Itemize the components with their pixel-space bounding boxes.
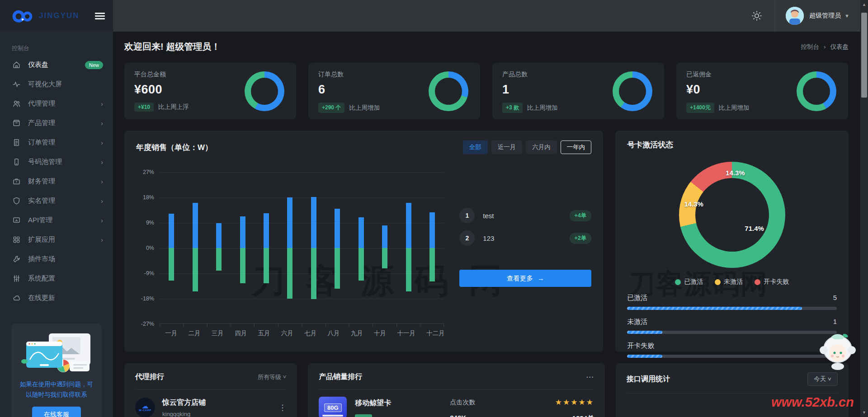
card-agent-rank: 代理排行 所有等级 ˅ ☁ W-CARP 惊云官方店铺 kingqqking ⋮ (124, 363, 297, 417)
breadcrumb-root[interactable]: 控制台 (801, 43, 820, 51)
bar-up (193, 203, 198, 248)
chevron-right-icon: › (101, 217, 103, 224)
main-content: 欢迎回来! 超级管理员！ 控制台 › 仪表盘 平台总金额¥600+¥10比上周上… (113, 32, 860, 417)
username: 超级管理员 (809, 12, 841, 20)
tab-近一月[interactable]: 近一月 (491, 141, 523, 154)
progress-track (627, 331, 837, 334)
legend-item-开卡失败: 开卡失败 (755, 278, 789, 286)
x-tick-label: 八月 (327, 329, 340, 337)
x-tick-label: 十二月 (426, 329, 445, 337)
agent-list-item[interactable]: ☁ W-CARP 惊云官方店铺 kingqqking ⋮ (135, 398, 286, 417)
sidebar-item-财务管理[interactable]: 财务管理› (0, 172, 113, 191)
sidebar-item-订单管理[interactable]: 订单管理› (0, 133, 113, 152)
rank-row[interactable]: 1test+4单 (459, 205, 591, 226)
support-button[interactable]: 在线客服 (32, 407, 81, 417)
clicks-label: 点击次数 (450, 398, 518, 407)
bar-up (240, 216, 245, 248)
donut-label-active: 71.4% (745, 225, 764, 232)
axis-tick (373, 323, 373, 327)
clicks-value: 240K (450, 414, 518, 417)
theme-toggle-icon[interactable] (751, 10, 763, 22)
sidebar-item-系统配置[interactable]: 系统配置 (0, 269, 113, 288)
sales-count: 1234单 (555, 414, 594, 417)
y-tick-label: 0% (146, 245, 154, 251)
grid-icon (12, 235, 21, 244)
bar-up (359, 217, 364, 248)
cloud-icon (12, 294, 21, 303)
scrollbar-thumb[interactable] (861, 13, 867, 98)
stat-trend-desc: 比上周增加 (719, 104, 750, 112)
bar-chart-plot (160, 172, 444, 324)
view-more-button[interactable]: 查看更多→ (459, 270, 591, 287)
avatar (786, 7, 804, 25)
tab-一年内[interactable]: 一年内 (561, 141, 592, 154)
gridline (160, 223, 444, 223)
product-list-item[interactable]: 80G 移动鲸望卡 点击次数 240K ★★★★★ 1234单 (319, 397, 594, 417)
sidebar-item-扩展应用[interactable]: 扩展应用› (0, 230, 113, 249)
rank-name: test (483, 212, 494, 220)
sidebar-item-实名管理[interactable]: 实名管理› (0, 191, 113, 211)
sidebar-item-号码池管理[interactable]: 号码池管理› (0, 152, 113, 172)
stat-trend-badge: +290 个 (318, 103, 344, 113)
ellipsis-menu-icon[interactable]: ⋯ (586, 372, 594, 382)
tab-全部[interactable]: 全部 (463, 141, 488, 154)
page-scrollbar[interactable]: ▲ ▼ (860, 0, 868, 417)
x-tick-label: 六月 (281, 329, 293, 337)
topbar: 超级管理员 ▼ (113, 0, 860, 32)
sliders-icon (12, 274, 21, 283)
bar-up (429, 212, 435, 248)
sidebar-item-label: 产品管理 (28, 119, 55, 127)
scroll-down-icon[interactable]: ▼ (860, 410, 868, 415)
y-tick-label: 9% (146, 220, 154, 226)
y-tick-label: -9% (144, 270, 154, 276)
api-range-filter[interactable]: 今天 ˅ (807, 372, 838, 386)
sidebar-item-label: 可视化大屏 (28, 80, 62, 89)
stat-donut-chart (429, 71, 468, 111)
sidebar-item-API管理[interactable]: API管理› (0, 211, 113, 230)
sidebar-item-可视化大屏[interactable]: 可视化大屏 (0, 75, 113, 94)
axis-tick (278, 323, 278, 327)
donut-label-inactive: 14.3% (684, 200, 703, 208)
stat-trend-desc: 比上周增加 (527, 104, 558, 112)
user-menu[interactable]: 超级管理员 ▼ (774, 0, 860, 32)
pulse-icon (12, 80, 21, 89)
progress-track (627, 355, 837, 358)
kebab-menu-icon[interactable]: ⋮ (278, 403, 286, 412)
x-tick-label: 五月 (258, 329, 270, 337)
sidebar-item-代理管理[interactable]: 代理管理› (0, 94, 113, 113)
annual-sales-card: 刀客源码网 年度销售（单位：W） 全部近一月六月内一年内 27%18%9%0%-… (124, 131, 603, 352)
sidebar-item-label: 系统配置 (28, 274, 55, 283)
legend-dot (755, 279, 760, 285)
x-tick-label: 十一月 (397, 329, 415, 337)
sidebar-item-仪表盘[interactable]: 仪表盘New (0, 55, 113, 75)
rank-badge: +4单 (570, 210, 592, 221)
y-axis: 27%18%9%0%-9%-18%-27% (136, 172, 160, 324)
axis-tick (207, 323, 208, 327)
stat-donut-chart (245, 71, 284, 111)
rank-row[interactable]: 2123+2单 (459, 227, 591, 249)
tab-六月内[interactable]: 六月内 (526, 141, 557, 154)
legend-label: 已激活 (684, 278, 703, 286)
arrow-right-icon: → (538, 275, 544, 282)
bar-down (264, 248, 269, 283)
sidebar-item-产品管理[interactable]: 产品管理› (0, 113, 113, 133)
progress-fill (627, 307, 802, 310)
axis-tick (443, 323, 444, 327)
bar-down (169, 248, 174, 281)
stat-trend-badge: +3 款 (502, 103, 523, 113)
scroll-up-icon[interactable]: ▲ (860, 2, 868, 7)
sidebar-item-插件市场[interactable]: 插件市场 (0, 249, 113, 269)
y-tick-label: -18% (141, 295, 154, 302)
users-icon (12, 99, 21, 108)
gridline (160, 248, 444, 248)
legend-dot (715, 279, 721, 285)
agent-level-filter[interactable]: 所有等级 ˅ (258, 373, 286, 381)
donut-legend: 已激活未激活开卡失败 (627, 278, 837, 286)
sidebar-toggle-icon[interactable] (95, 11, 105, 21)
axis-tick (326, 323, 326, 327)
x-tick-label: 一月 (165, 329, 177, 337)
sidebar-item-在线更新[interactable]: 在线更新 (0, 288, 113, 308)
gridline (160, 172, 444, 173)
briefcase-icon (12, 177, 21, 186)
axis-tick (231, 323, 231, 327)
